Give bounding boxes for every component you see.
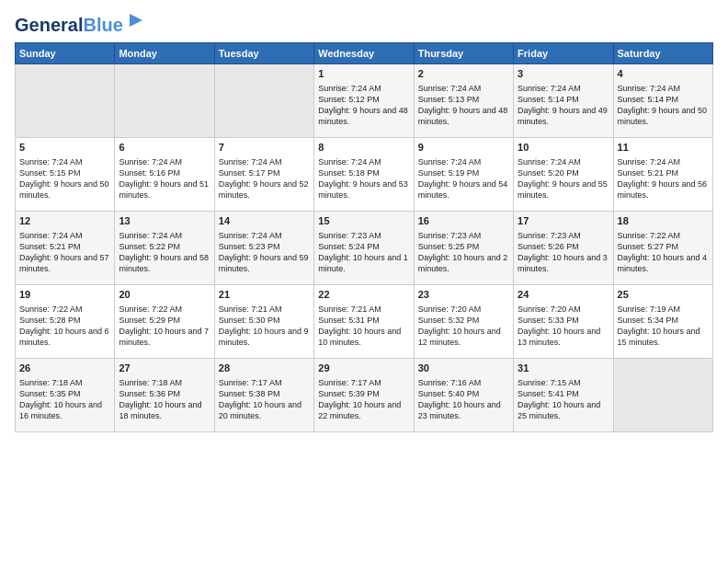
daylight-text: Daylight: 10 hours and 2 minutes. <box>418 253 508 273</box>
day-number: 17 <box>518 214 609 228</box>
day-cell: 26Sunrise: 7:18 AMSunset: 5:35 PMDayligh… <box>16 359 115 432</box>
sunrise-text: Sunrise: 7:19 AM <box>618 304 681 314</box>
day-cell: 21Sunrise: 7:21 AMSunset: 5:30 PMDayligh… <box>214 285 313 359</box>
sunrise-text: Sunrise: 7:23 AM <box>518 231 581 240</box>
sunrise-text: Sunrise: 7:21 AM <box>318 304 381 314</box>
daylight-text: Daylight: 10 hours and 20 minutes. <box>219 400 301 420</box>
daylight-text: Daylight: 10 hours and 16 minutes. <box>19 400 102 420</box>
header-cell-saturday: Saturday <box>613 43 712 64</box>
day-cell: 30Sunrise: 7:16 AMSunset: 5:40 PMDayligh… <box>414 359 513 432</box>
day-cell: 11Sunrise: 7:24 AMSunset: 5:21 PMDayligh… <box>613 138 712 212</box>
day-cell <box>214 64 313 138</box>
day-number: 11 <box>618 141 709 155</box>
sunrise-text: Sunrise: 7:20 AM <box>518 304 581 314</box>
daylight-text: Daylight: 9 hours and 57 minutes. <box>19 253 109 273</box>
sunset-text: Sunset: 5:15 PM <box>19 168 81 178</box>
day-number: 5 <box>19 141 110 155</box>
day-cell: 24Sunrise: 7:20 AMSunset: 5:33 PMDayligh… <box>514 285 613 359</box>
daylight-text: Daylight: 10 hours and 4 minutes. <box>618 253 708 273</box>
day-cell: 8Sunrise: 7:24 AMSunset: 5:18 PMDaylight… <box>314 138 414 212</box>
daylight-text: Daylight: 10 hours and 25 minutes. <box>518 400 600 420</box>
day-cell: 23Sunrise: 7:20 AMSunset: 5:32 PMDayligh… <box>414 285 513 359</box>
day-number: 29 <box>318 362 409 375</box>
sunrise-text: Sunrise: 7:17 AM <box>318 378 381 387</box>
sunset-text: Sunset: 5:21 PM <box>618 168 679 178</box>
sunset-text: Sunset: 5:40 PM <box>418 389 480 398</box>
day-number: 2 <box>418 67 509 81</box>
daylight-text: Daylight: 10 hours and 7 minutes. <box>119 327 209 347</box>
sunrise-text: Sunrise: 7:24 AM <box>119 157 182 167</box>
daylight-text: Daylight: 10 hours and 1 minute. <box>318 253 408 273</box>
sunrise-text: Sunrise: 7:22 AM <box>618 231 681 240</box>
day-cell: 18Sunrise: 7:22 AMSunset: 5:27 PMDayligh… <box>613 212 712 285</box>
sunrise-text: Sunrise: 7:24 AM <box>618 157 681 167</box>
daylight-text: Daylight: 9 hours and 53 minutes. <box>318 179 408 200</box>
daylight-text: Daylight: 9 hours and 51 minutes. <box>119 179 209 200</box>
week-row-2: 5Sunrise: 7:24 AMSunset: 5:15 PMDaylight… <box>16 138 713 212</box>
day-cell: 28Sunrise: 7:17 AMSunset: 5:38 PMDayligh… <box>214 359 313 432</box>
logo-text: GeneralBlue <box>15 15 123 35</box>
sunset-text: Sunset: 5:39 PM <box>318 389 380 398</box>
daylight-text: Daylight: 10 hours and 3 minutes. <box>518 253 608 273</box>
sunrise-text: Sunrise: 7:23 AM <box>318 231 381 240</box>
daylight-text: Daylight: 9 hours and 48 minutes. <box>318 106 408 126</box>
sunrise-text: Sunrise: 7:24 AM <box>19 231 83 240</box>
sunset-text: Sunset: 5:27 PM <box>618 242 679 251</box>
sunset-text: Sunset: 5:24 PM <box>318 242 380 251</box>
day-cell: 25Sunrise: 7:19 AMSunset: 5:34 PMDayligh… <box>613 285 712 359</box>
week-row-5: 26Sunrise: 7:18 AMSunset: 5:35 PMDayligh… <box>16 359 713 432</box>
day-number: 22 <box>318 288 409 302</box>
sunset-text: Sunset: 5:18 PM <box>318 168 380 178</box>
day-number: 14 <box>219 214 310 228</box>
sunset-text: Sunset: 5:32 PM <box>418 316 480 325</box>
sunrise-text: Sunrise: 7:21 AM <box>219 304 282 314</box>
daylight-text: Daylight: 10 hours and 10 minutes. <box>318 327 401 347</box>
daylight-text: Daylight: 9 hours and 54 minutes. <box>418 179 508 200</box>
day-number: 30 <box>418 362 509 375</box>
daylight-text: Daylight: 10 hours and 18 minutes. <box>119 400 201 420</box>
day-cell <box>16 64 115 138</box>
sunrise-text: Sunrise: 7:23 AM <box>418 231 482 240</box>
header-cell-wednesday: Wednesday <box>314 43 414 64</box>
sunset-text: Sunset: 5:41 PM <box>518 389 579 398</box>
sunrise-text: Sunrise: 7:20 AM <box>418 304 482 314</box>
day-cell: 17Sunrise: 7:23 AMSunset: 5:26 PMDayligh… <box>514 212 613 285</box>
sunrise-text: Sunrise: 7:18 AM <box>19 378 83 387</box>
day-cell: 5Sunrise: 7:24 AMSunset: 5:15 PMDaylight… <box>16 138 115 212</box>
day-cell <box>115 64 214 138</box>
daylight-text: Daylight: 10 hours and 12 minutes. <box>418 327 501 347</box>
day-number: 1 <box>318 67 409 81</box>
day-number: 12 <box>19 214 110 228</box>
day-number: 18 <box>618 214 709 228</box>
day-number: 21 <box>219 288 310 302</box>
day-number: 23 <box>418 288 509 302</box>
daylight-text: Daylight: 9 hours and 50 minutes. <box>19 179 109 200</box>
day-cell: 31Sunrise: 7:15 AMSunset: 5:41 PMDayligh… <box>514 359 613 432</box>
day-cell: 3Sunrise: 7:24 AMSunset: 5:14 PMDaylight… <box>514 64 613 138</box>
week-row-1: 1Sunrise: 7:24 AMSunset: 5:12 PMDaylight… <box>16 64 713 138</box>
daylight-text: Daylight: 10 hours and 15 minutes. <box>618 327 700 347</box>
day-cell: 4Sunrise: 7:24 AMSunset: 5:14 PMDaylight… <box>613 64 712 138</box>
sunset-text: Sunset: 5:23 PM <box>219 242 280 251</box>
sunset-text: Sunset: 5:22 PM <box>119 242 180 251</box>
sunrise-text: Sunrise: 7:15 AM <box>518 378 581 387</box>
day-number: 24 <box>518 288 609 302</box>
sunrise-text: Sunrise: 7:24 AM <box>318 157 381 167</box>
day-cell: 7Sunrise: 7:24 AMSunset: 5:17 PMDaylight… <box>214 138 313 212</box>
sunset-text: Sunset: 5:21 PM <box>19 242 81 251</box>
day-number: 4 <box>618 67 709 81</box>
day-number: 27 <box>119 362 210 375</box>
day-cell: 15Sunrise: 7:23 AMSunset: 5:24 PMDayligh… <box>314 212 414 285</box>
day-cell: 14Sunrise: 7:24 AMSunset: 5:23 PMDayligh… <box>214 212 313 285</box>
header-cell-thursday: Thursday <box>414 43 513 64</box>
week-row-4: 19Sunrise: 7:22 AMSunset: 5:28 PMDayligh… <box>16 285 713 359</box>
sunrise-text: Sunrise: 7:24 AM <box>618 84 681 93</box>
logo-icon <box>126 10 146 34</box>
day-cell: 19Sunrise: 7:22 AMSunset: 5:28 PMDayligh… <box>16 285 115 359</box>
day-number: 28 <box>219 362 310 375</box>
daylight-text: Daylight: 9 hours and 49 minutes. <box>518 106 608 126</box>
week-row-3: 12Sunrise: 7:24 AMSunset: 5:21 PMDayligh… <box>16 212 713 285</box>
logo: GeneralBlue <box>15 15 146 35</box>
sunrise-text: Sunrise: 7:24 AM <box>418 84 482 93</box>
sunrise-text: Sunrise: 7:24 AM <box>119 231 182 240</box>
